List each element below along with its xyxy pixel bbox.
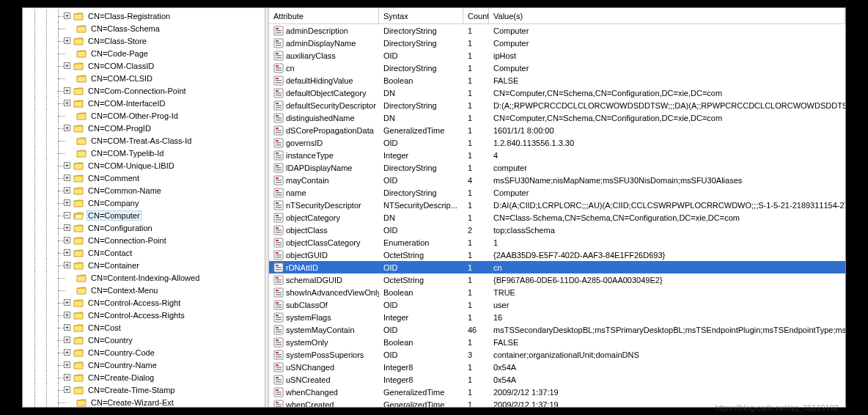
tree-item-label[interactable]: CN=Contact — [87, 249, 133, 257]
attribute-row[interactable]: systemFlagsInteger116 — [269, 311, 845, 323]
tree-item[interactable]: +CN=Create-Time-Stamp — [23, 383, 265, 396]
tree-item-label[interactable]: CN=Country-Code — [87, 348, 156, 357]
tree-item[interactable]: CN=Code-Page — [23, 47, 265, 59]
tree-expand-icon[interactable]: + — [64, 349, 70, 356]
tree-item-label[interactable]: CN=COM-InterfaceID — [87, 99, 166, 108]
tree-item[interactable]: +CN=Country — [23, 334, 265, 346]
tree-expand-icon[interactable]: + — [64, 249, 70, 256]
attribute-row[interactable]: schemaIDGUIDOctetString1{BF967A86-0DE6-1… — [269, 273, 845, 286]
column-header-value[interactable]: Value(s) — [489, 8, 845, 23]
tree-expand-icon[interactable]: + — [64, 337, 70, 343]
tree-item-label[interactable]: CN=COM-Unique-LIBID — [87, 161, 176, 170]
tree-expand-icon[interactable]: + — [64, 312, 70, 318]
tree-item[interactable]: +CN=Com-Connection-Point — [23, 84, 265, 97]
attribute-row[interactable]: dSCorePropagationDataGeneralizedTime1160… — [269, 124, 845, 136]
column-header-syntax[interactable]: Syntax — [379, 8, 463, 23]
tree-expand-icon[interactable]: + — [64, 87, 70, 94]
tree-item[interactable]: CN=COM-CLSID — [23, 72, 265, 84]
tree-expand-icon[interactable]: + — [64, 62, 70, 69]
attribute-row[interactable]: auxiliaryClassOID1ipHost — [269, 49, 845, 62]
tree-expand-icon[interactable]: + — [64, 262, 70, 268]
tree-item[interactable]: +CN=Class-Registration — [23, 10, 265, 22]
tree-item[interactable]: CN=COM-Typelib-Id — [23, 147, 265, 159]
attribute-row[interactable]: systemOnlyBoolean1FALSE — [269, 336, 845, 348]
attribute-row[interactable]: cnDirectoryString1Computer — [269, 62, 845, 74]
tree-item-label[interactable]: CN=Create-Dialog — [87, 373, 155, 382]
column-header-count[interactable]: Count — [463, 8, 489, 23]
attribute-row[interactable]: adminDisplayNameDirectoryString1Computer — [269, 37, 845, 49]
attribute-row[interactable]: systemPossSuperiorsOID3container;organiz… — [269, 348, 845, 361]
tree-item-label[interactable]: CN=Control-Access-Rights — [87, 311, 186, 320]
tree-expand-icon[interactable]: + — [64, 386, 70, 393]
attribute-row[interactable]: systemMayContainOID46msTSSecondaryDeskto… — [269, 323, 845, 336]
tree-item-label[interactable]: CN=Connection-Point — [87, 236, 168, 245]
tree-item-label[interactable]: CN=Common-Name — [87, 186, 163, 195]
tree-expand-icon[interactable]: + — [64, 324, 70, 331]
tree-item[interactable]: +CN=Cost — [23, 321, 265, 334]
tree-item-label[interactable]: CN=Configuration — [87, 224, 154, 232]
attribute-row[interactable]: defaultSecurityDescriptorDirectoryString… — [269, 99, 845, 111]
tree-item-label[interactable]: CN=Class-Schema — [89, 24, 161, 33]
tree-item[interactable]: +CN=Country-Name — [23, 359, 265, 371]
tree-item[interactable]: CN=COM-Other-Prog-Id — [23, 109, 265, 122]
attribute-row[interactable]: governsIDOID11.2.840.113556.1.3.30 — [269, 136, 845, 149]
tree-item-label[interactable]: CN=Cost — [87, 323, 122, 332]
attribute-row[interactable]: objectCategoryDN1CN=Class-Schema,CN=Sche… — [269, 211, 845, 224]
attribute-list[interactable]: adminDescriptionDirectoryString1Computer… — [269, 24, 845, 407]
tree-expand-icon[interactable]: + — [64, 224, 70, 231]
tree-item-label[interactable]: CN=Country — [87, 336, 134, 345]
tree-expand-icon[interactable]: + — [64, 125, 70, 131]
tree-collapse-icon[interactable]: − — [64, 212, 70, 218]
attribute-row[interactable]: mayContainOID4msSFU30Name;nisMapName;msS… — [269, 174, 845, 186]
tree-expand-icon[interactable]: + — [64, 187, 70, 194]
tree-item[interactable]: CN=COM-Treat-As-Class-Id — [23, 134, 265, 147]
attribute-row[interactable]: objectClassCategoryEnumeration11 — [269, 236, 845, 249]
attribute-row[interactable]: defaultObjectCategoryDN1CN=Computer,CN=S… — [269, 87, 845, 99]
tree-item-label[interactable]: CN=Context-Menu — [89, 286, 159, 295]
tree-item-label[interactable]: CN=Comment — [87, 174, 141, 183]
attribute-row[interactable]: uSNChangedInteger810x54A — [269, 361, 845, 373]
attribute-row[interactable]: defaultHidingValueBoolean1FALSE — [269, 74, 845, 87]
attribute-row[interactable]: uSNCreatedInteger810x54A — [269, 373, 845, 386]
attribute-row[interactable]: objectClassOID2top;classSchema — [269, 224, 845, 236]
attribute-row[interactable]: adminDescriptionDirectoryString1Computer — [269, 24, 845, 37]
tree-item[interactable]: +CN=Company — [23, 197, 265, 209]
tree-expand-icon[interactable]: + — [64, 162, 70, 169]
attribute-row[interactable]: objectGUIDOctetString1{2AAB35D9-E5F7-402… — [269, 249, 845, 261]
attribute-row[interactable]: instanceTypeInteger14 — [269, 149, 845, 161]
tree-item[interactable]: −CN=Computer — [23, 209, 265, 221]
tree-expand-icon[interactable]: + — [64, 361, 70, 368]
attribute-row[interactable]: nTSecurityDescriptorNTSecurityDescrip...… — [269, 199, 845, 211]
tree-item[interactable]: +CN=Common-Name — [23, 184, 265, 197]
attribute-row[interactable]: rDNAttIDOID1cn — [269, 261, 845, 273]
tree-item[interactable]: +CN=COM-ClassID — [23, 59, 265, 72]
tree-item-label[interactable]: CN=COM-Other-Prog-Id — [89, 111, 180, 120]
tree-item-label[interactable]: CN=Container — [87, 261, 141, 270]
tree-item-label[interactable]: CN=Create-Time-Stamp — [87, 386, 176, 394]
tree-item[interactable]: +CN=Container — [23, 259, 265, 271]
tree-item-label[interactable]: CN=Computer — [87, 210, 141, 221]
tree-item[interactable]: +CN=COM-ProgID — [23, 122, 265, 134]
tree-item-label[interactable]: CN=COM-Typelib-Id — [89, 149, 165, 158]
tree-item-label[interactable]: CN=Content-Indexing-Allowed — [89, 273, 201, 282]
tree-item[interactable]: +CN=Create-Dialog — [23, 371, 265, 383]
tree-item[interactable]: +CN=Configuration — [23, 221, 265, 234]
tree-item-label[interactable]: CN=COM-ProgID — [87, 124, 152, 133]
tree-item-label[interactable]: CN=COM-CLSID — [89, 74, 154, 83]
attribute-row[interactable]: nameDirectoryString1Computer — [269, 186, 845, 199]
tree-expand-icon[interactable]: + — [64, 237, 70, 243]
tree-item[interactable]: CN=Class-Schema — [23, 22, 265, 34]
attribute-header[interactable]: Attribute Syntax Count Value(s) — [269, 8, 845, 24]
attribute-row[interactable]: distinguishedNameDN1CN=Computer,CN=Schem… — [269, 111, 845, 124]
tree-item[interactable]: +CN=COM-InterfaceID — [23, 97, 265, 109]
tree-expand-icon[interactable]: + — [64, 374, 70, 381]
tree-item[interactable]: +CN=Connection-Point — [23, 234, 265, 246]
tree-item[interactable]: +CN=Control-Access-Right — [23, 296, 265, 309]
tree-item-label[interactable]: CN=Code-Page — [89, 49, 150, 58]
tree-item[interactable]: CN=Content-Indexing-Allowed — [23, 271, 265, 284]
tree-expand-icon[interactable]: + — [64, 12, 70, 19]
tree-item[interactable]: CN=Context-Menu — [23, 284, 265, 296]
attribute-row[interactable]: showInAdvancedViewOnlyBoolean1TRUE — [269, 286, 845, 298]
tree-item[interactable]: +CN=Control-Access-Rights — [23, 309, 265, 321]
tree-item-label[interactable]: CN=Company — [87, 199, 140, 208]
